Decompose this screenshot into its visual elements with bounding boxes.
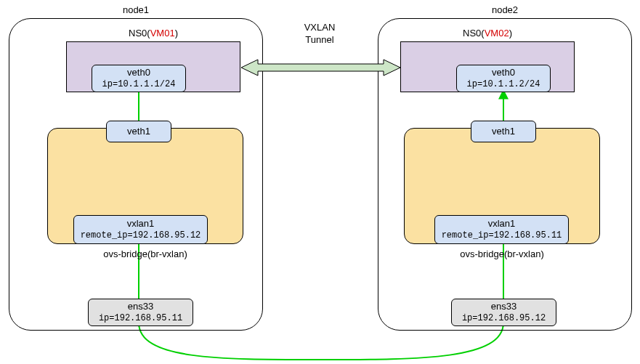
tunnel-label-line2: Tunnel <box>291 34 349 46</box>
node2-veth1: veth1 <box>471 121 536 142</box>
iface-addr: ip=10.1.1.2/24 <box>457 79 550 90</box>
iface-name: ens33 <box>452 301 556 312</box>
iface-name: vxlan1 <box>74 218 207 230</box>
node1-ovs-title: ovs-bridge(br-vxlan) <box>48 248 243 259</box>
node2-veth0: veth0 ip=10.1.1.2/24 <box>456 65 551 92</box>
ns-label-prefix: NS0( <box>129 28 150 39</box>
node2-vxlan1: vxlan1 remote_ip=192.168.95.11 <box>434 215 569 244</box>
node1-title: node1 <box>9 4 262 15</box>
iface-name: veth1 <box>107 126 171 137</box>
node1-veth1: veth1 <box>106 121 171 142</box>
ns-label-prefix: NS0( <box>463 28 485 39</box>
node2-box: node2 NS0(VM02) veth0 ip=10.1.1.2/24 ovs… <box>378 18 632 331</box>
node2-title: node2 <box>378 4 631 15</box>
node1-vm-label: VM01 <box>150 28 175 39</box>
iface-addr: ip=192.168.95.12 <box>452 313 556 324</box>
iface-name: veth0 <box>92 67 185 78</box>
node2-ovs-title: ovs-bridge(br-vxlan) <box>405 248 599 259</box>
iface-addr: ip=192.168.95.11 <box>89 313 193 324</box>
iface-name: ens33 <box>89 301 193 312</box>
node2-ens33: ens33 ip=192.168.95.12 <box>451 299 556 326</box>
node2-ns-title: NS0(VM02) <box>401 28 574 39</box>
node2-vm-label: VM02 <box>485 28 509 39</box>
ns-label-suffix: ) <box>175 28 178 39</box>
tunnel-label: VXLAN Tunnel <box>291 22 349 46</box>
svg-marker-0 <box>241 60 400 76</box>
node1-veth0: veth0 ip=10.1.1.1/24 <box>92 65 186 92</box>
iface-name: veth0 <box>457 67 550 78</box>
iface-name: vxlan1 <box>435 218 568 230</box>
ns-label-suffix: ) <box>509 28 512 39</box>
iface-name: veth1 <box>471 126 535 137</box>
iface-addr: remote_ip=192.168.95.12 <box>74 230 207 241</box>
node1-ns-title: NS0(VM01) <box>67 28 240 39</box>
iface-addr: ip=10.1.1.1/24 <box>92 79 185 90</box>
tunnel-label-line1: VXLAN <box>291 22 349 34</box>
node1-box: node1 NS0(VM01) veth0 ip=10.1.1.1/24 ovs… <box>9 18 263 331</box>
node1-vxlan1: vxlan1 remote_ip=192.168.95.12 <box>73 215 208 244</box>
node1-ens33: ens33 ip=192.168.95.11 <box>88 299 193 326</box>
iface-addr: remote_ip=192.168.95.11 <box>435 230 568 241</box>
